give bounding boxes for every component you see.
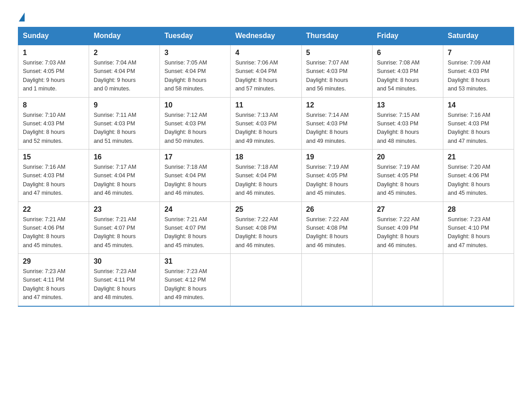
calendar-cell: 22 Sunrise: 7:21 AMSunset: 4:06 PMDaylig… (18, 201, 89, 254)
calendar-cell: 24 Sunrise: 7:21 AMSunset: 4:07 PMDaylig… (160, 201, 231, 254)
day-info: Sunrise: 7:19 AMSunset: 4:05 PMDaylight:… (377, 163, 438, 198)
day-number: 12 (306, 101, 368, 109)
calendar-week-2: 8 Sunrise: 7:10 AMSunset: 4:03 PMDayligh… (18, 97, 514, 150)
calendar-cell: 5 Sunrise: 7:07 AMSunset: 4:03 PMDayligh… (301, 45, 372, 97)
day-number: 29 (23, 257, 84, 265)
day-info: Sunrise: 7:21 AMSunset: 4:06 PMDaylight:… (23, 215, 84, 250)
page-header (18, 13, 514, 22)
day-info: Sunrise: 7:18 AMSunset: 4:04 PMDaylight:… (164, 163, 226, 198)
day-number: 8 (23, 101, 84, 109)
logo-triangle-icon (19, 13, 25, 21)
day-info: Sunrise: 7:21 AMSunset: 4:07 PMDaylight:… (94, 215, 155, 250)
calendar-cell: 16 Sunrise: 7:17 AMSunset: 4:04 PMDaylig… (89, 150, 160, 202)
calendar-cell (443, 254, 514, 306)
header-sunday: Sunday (18, 27, 89, 45)
day-info: Sunrise: 7:23 AMSunset: 4:12 PMDaylight:… (164, 267, 226, 302)
day-number: 24 (164, 206, 226, 214)
day-number: 11 (235, 101, 296, 109)
calendar-cell: 7 Sunrise: 7:09 AMSunset: 4:03 PMDayligh… (443, 45, 514, 97)
calendar-cell: 3 Sunrise: 7:05 AMSunset: 4:04 PMDayligh… (160, 45, 231, 97)
day-info: Sunrise: 7:23 AMSunset: 4:10 PMDaylight:… (448, 215, 509, 250)
day-info: Sunrise: 7:12 AMSunset: 4:03 PMDaylight:… (164, 111, 226, 146)
day-info: Sunrise: 7:13 AMSunset: 4:03 PMDaylight:… (235, 111, 296, 146)
calendar-cell: 11 Sunrise: 7:13 AMSunset: 4:03 PMDaylig… (231, 97, 301, 150)
day-info: Sunrise: 7:22 AMSunset: 4:08 PMDaylight:… (235, 215, 296, 250)
day-number: 10 (164, 101, 226, 109)
day-number: 16 (94, 153, 155, 161)
calendar-cell (372, 254, 443, 306)
calendar-week-1: 1 Sunrise: 7:03 AMSunset: 4:05 PMDayligh… (18, 45, 514, 97)
calendar-cell: 31 Sunrise: 7:23 AMSunset: 4:12 PMDaylig… (160, 254, 231, 306)
day-info: Sunrise: 7:09 AMSunset: 4:03 PMDaylight:… (448, 59, 509, 94)
calendar-header-row: SundayMondayTuesdayWednesdayThursdayFrid… (18, 27, 514, 45)
calendar-cell: 19 Sunrise: 7:19 AMSunset: 4:05 PMDaylig… (301, 150, 372, 202)
day-number: 27 (377, 206, 438, 214)
day-info: Sunrise: 7:23 AMSunset: 4:11 PMDaylight:… (23, 267, 84, 302)
calendar-cell: 17 Sunrise: 7:18 AMSunset: 4:04 PMDaylig… (160, 150, 231, 202)
header-wednesday: Wednesday (231, 27, 301, 45)
day-number: 6 (377, 49, 438, 57)
calendar-cell: 18 Sunrise: 7:18 AMSunset: 4:04 PMDaylig… (231, 150, 301, 202)
calendar-cell: 8 Sunrise: 7:10 AMSunset: 4:03 PMDayligh… (18, 97, 89, 150)
header-tuesday: Tuesday (160, 27, 231, 45)
header-saturday: Saturday (443, 27, 514, 45)
calendar-cell: 20 Sunrise: 7:19 AMSunset: 4:05 PMDaylig… (372, 150, 443, 202)
day-info: Sunrise: 7:16 AMSunset: 4:03 PMDaylight:… (448, 111, 509, 146)
header-friday: Friday (372, 27, 443, 45)
calendar-week-5: 29 Sunrise: 7:23 AMSunset: 4:11 PMDaylig… (18, 254, 514, 306)
day-number: 13 (377, 101, 438, 109)
day-info: Sunrise: 7:16 AMSunset: 4:03 PMDaylight:… (23, 163, 84, 198)
day-info: Sunrise: 7:18 AMSunset: 4:04 PMDaylight:… (235, 163, 296, 198)
calendar-cell: 15 Sunrise: 7:16 AMSunset: 4:03 PMDaylig… (18, 150, 89, 202)
day-number: 4 (235, 49, 296, 57)
day-info: Sunrise: 7:22 AMSunset: 4:09 PMDaylight:… (377, 215, 438, 250)
day-info: Sunrise: 7:07 AMSunset: 4:03 PMDaylight:… (306, 59, 368, 94)
calendar-cell: 26 Sunrise: 7:22 AMSunset: 4:08 PMDaylig… (301, 201, 372, 254)
day-number: 9 (94, 101, 155, 109)
header-thursday: Thursday (301, 27, 372, 45)
calendar-cell: 29 Sunrise: 7:23 AMSunset: 4:11 PMDaylig… (18, 254, 89, 306)
calendar-cell: 14 Sunrise: 7:16 AMSunset: 4:03 PMDaylig… (443, 97, 514, 150)
calendar-cell: 13 Sunrise: 7:15 AMSunset: 4:03 PMDaylig… (372, 97, 443, 150)
day-info: Sunrise: 7:11 AMSunset: 4:03 PMDaylight:… (94, 111, 155, 146)
logo (18, 13, 25, 22)
day-info: Sunrise: 7:20 AMSunset: 4:06 PMDaylight:… (448, 163, 509, 198)
day-info: Sunrise: 7:08 AMSunset: 4:03 PMDaylight:… (377, 59, 438, 94)
day-info: Sunrise: 7:15 AMSunset: 4:03 PMDaylight:… (377, 111, 438, 146)
day-info: Sunrise: 7:21 AMSunset: 4:07 PMDaylight:… (164, 215, 226, 250)
calendar-table: SundayMondayTuesdayWednesdayThursdayFrid… (18, 27, 514, 307)
day-number: 5 (306, 49, 368, 57)
calendar-cell: 25 Sunrise: 7:22 AMSunset: 4:08 PMDaylig… (231, 201, 301, 254)
day-number: 1 (23, 49, 84, 57)
day-number: 25 (235, 206, 296, 214)
calendar-cell: 21 Sunrise: 7:20 AMSunset: 4:06 PMDaylig… (443, 150, 514, 202)
calendar-cell: 28 Sunrise: 7:23 AMSunset: 4:10 PMDaylig… (443, 201, 514, 254)
day-info: Sunrise: 7:22 AMSunset: 4:08 PMDaylight:… (306, 215, 368, 250)
day-info: Sunrise: 7:04 AMSunset: 4:04 PMDaylight:… (94, 59, 155, 94)
day-number: 31 (164, 257, 226, 265)
day-number: 23 (94, 206, 155, 214)
day-number: 22 (23, 206, 84, 214)
calendar-cell: 27 Sunrise: 7:22 AMSunset: 4:09 PMDaylig… (372, 201, 443, 254)
day-number: 18 (235, 153, 296, 161)
day-info: Sunrise: 7:03 AMSunset: 4:05 PMDaylight:… (23, 59, 84, 94)
day-info: Sunrise: 7:19 AMSunset: 4:05 PMDaylight:… (306, 163, 368, 198)
header-monday: Monday (89, 27, 160, 45)
day-number: 19 (306, 153, 368, 161)
day-number: 15 (23, 153, 84, 161)
calendar-cell: 12 Sunrise: 7:14 AMSunset: 4:03 PMDaylig… (301, 97, 372, 150)
day-number: 20 (377, 153, 438, 161)
day-number: 30 (94, 257, 155, 265)
day-number: 26 (306, 206, 368, 214)
day-number: 3 (164, 49, 226, 57)
day-info: Sunrise: 7:17 AMSunset: 4:04 PMDaylight:… (94, 163, 155, 198)
calendar-cell: 10 Sunrise: 7:12 AMSunset: 4:03 PMDaylig… (160, 97, 231, 150)
calendar-cell: 23 Sunrise: 7:21 AMSunset: 4:07 PMDaylig… (89, 201, 160, 254)
day-number: 21 (448, 153, 509, 161)
day-info: Sunrise: 7:14 AMSunset: 4:03 PMDaylight:… (306, 111, 368, 146)
day-number: 2 (94, 49, 155, 57)
day-info: Sunrise: 7:23 AMSunset: 4:11 PMDaylight:… (94, 267, 155, 302)
day-info: Sunrise: 7:05 AMSunset: 4:04 PMDaylight:… (164, 59, 226, 94)
calendar-cell: 1 Sunrise: 7:03 AMSunset: 4:05 PMDayligh… (18, 45, 89, 97)
day-number: 7 (448, 49, 509, 57)
